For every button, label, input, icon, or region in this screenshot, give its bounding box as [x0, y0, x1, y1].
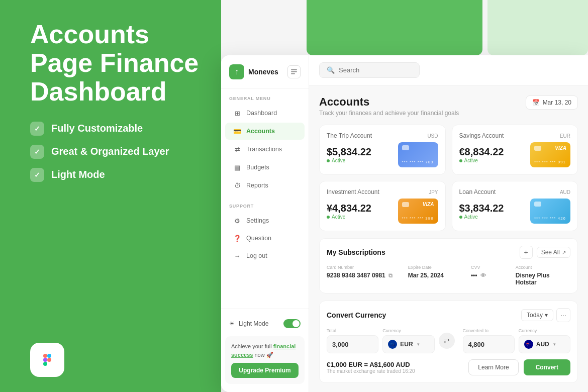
status-badge-savings: Active: [459, 158, 504, 163]
sidebar-toggle-button[interactable]: [287, 65, 301, 78]
light-mode-label: ☀ Light Mode: [229, 320, 268, 327]
more-options-button[interactable]: ···: [556, 308, 570, 322]
currency-header: Convert Currency Today ▾ ···: [327, 308, 570, 322]
feature-label-organized: Great & Organized Layer: [51, 146, 169, 157]
converted-value: 4,800: [468, 341, 485, 348]
converted-input-wrap[interactable]: 4,800: [463, 335, 515, 353]
copy-icon[interactable]: ⧉: [388, 272, 393, 279]
brand-name: Moneves: [248, 68, 278, 76]
calendar-icon: 📅: [532, 99, 540, 106]
sidebar-item-question[interactable]: ❓ Question: [225, 230, 305, 247]
subscriptions-title: My Subscriptions: [327, 248, 385, 256]
svg-rect-5: [291, 69, 297, 70]
card-row-investment: ¥4,834.22 Active VIZA *** *** ***: [327, 199, 438, 224]
figma-logo: [30, 343, 64, 377]
sidebar-item-budgets[interactable]: ▤ Budgets: [225, 159, 305, 176]
from-currency-code: EUR: [400, 341, 413, 348]
card-name-investment: Investment Account: [327, 188, 379, 195]
account-card-investment: Investment Account JPY ¥4,834.22 Active: [319, 181, 446, 231]
card-amount-savings-group: €8,834.22 Active: [459, 146, 504, 163]
see-all-subscriptions-button[interactable]: See All ↗: [537, 247, 570, 258]
left-panel-title: Accounts Page Finance Dashboard: [30, 20, 201, 107]
upgrade-premium-button[interactable]: Upgrade Premium: [231, 363, 299, 378]
convert-button[interactable]: Convert: [524, 359, 570, 375]
promo-text: Achieve your full financial success now …: [231, 342, 299, 359]
sidebar-item-reports[interactable]: ⏱ Reports: [225, 177, 305, 194]
sidebar-item-question-label: Question: [246, 235, 271, 242]
status-badge-investment: Active: [327, 214, 371, 220]
card-dots-investment: *** *** *** 388: [402, 216, 434, 221]
learn-more-button[interactable]: Learn More: [468, 359, 518, 375]
feature-label-light-mode: Light Mode: [51, 169, 105, 180]
card-name-savings: Savings Account: [459, 132, 504, 139]
left-panel: Accounts Page Finance Dashboard ✓ Fully …: [0, 0, 221, 392]
card-currency-savings: EUR: [560, 133, 570, 139]
sidebar-item-dashboard[interactable]: ⊞ Dashboard: [225, 105, 305, 122]
card-currency-investment: JPY: [429, 189, 438, 195]
card-header-investment: Investment Account JPY: [327, 188, 438, 195]
date-badge[interactable]: 📅 Mar 13, 20: [526, 95, 578, 110]
to-currency-label: Currency: [519, 328, 570, 333]
swap-currency-button[interactable]: ⇄: [439, 333, 455, 349]
page-title: Accounts: [319, 95, 459, 109]
date-text: Mar 13, 20: [543, 99, 571, 106]
eye-icon[interactable]: 👁: [480, 272, 486, 278]
card-number-value: 9238 9348 3487 0981 ⧉: [327, 272, 400, 279]
sun-icon: ☀: [229, 320, 235, 327]
card-header-trip: The Trip Account USD: [327, 132, 438, 139]
add-subscription-button[interactable]: +: [520, 246, 533, 259]
account-card-loan: Loan Account AUD $3,834.22 Active: [452, 181, 578, 231]
account-card-trip: The Trip Account USD $5,834.22 Active: [319, 125, 446, 175]
sidebar-item-accounts[interactable]: 💳 Accounts: [225, 123, 305, 140]
reports-icon: ⏱: [233, 181, 241, 189]
card-row-loan: $3,834.22 Active *** *** *** 426: [459, 199, 571, 224]
transactions-icon: ⇄: [233, 145, 241, 153]
card-amount-trip-group: $5,834.22 Active: [327, 146, 371, 163]
feature-item-light-mode: ✓ Light Mode: [30, 168, 201, 182]
to-currency-code: AUD: [536, 341, 549, 348]
aud-flag: 🇦🇺: [524, 340, 533, 349]
sidebar-item-logout[interactable]: → Log out: [225, 247, 305, 264]
arrow-icon: ↗: [562, 250, 566, 255]
svg-rect-2: [43, 358, 47, 362]
card-chip: [402, 145, 409, 150]
card-logo-investment: VIZA: [423, 202, 434, 207]
card-chip-savings: [534, 146, 541, 151]
search-box[interactable]: 🔍: [319, 62, 420, 78]
today-button[interactable]: Today ▾: [521, 309, 553, 321]
subscriptions-actions: + See All ↗: [520, 246, 570, 259]
question-icon: ❓: [233, 234, 241, 242]
card-visual-investment: VIZA *** *** *** 388: [398, 199, 438, 224]
account-sub-value: Disney Plus Hotstar: [516, 272, 570, 286]
feature-label-customizable: Fully Customizable: [51, 123, 143, 134]
currency-fields: Total 3,000 Currency 🇪🇺 EUR ▾ ⇄: [327, 328, 570, 353]
svg-rect-7: [291, 73, 295, 74]
light-mode-toggle[interactable]: [283, 319, 301, 328]
promo-card: Achieve your full financial success now …: [225, 336, 305, 384]
from-currency-select[interactable]: 🇪🇺 EUR ▾: [382, 335, 434, 353]
budgets-icon: ▤: [233, 163, 241, 171]
sidebar-item-settings[interactable]: ⚙ Settings: [225, 212, 305, 229]
sidebar-item-transactions[interactable]: ⇄ Transactions: [225, 141, 305, 158]
card-dots-trip: *** *** *** 783: [402, 160, 434, 164]
to-currency-select[interactable]: 🇦🇺 AUD ▾: [519, 335, 570, 353]
page-title-group: Accounts Track your finances and achieve…: [319, 95, 459, 117]
accounts-icon: 💳: [233, 127, 241, 135]
sidebar-header: ↑ Moneves: [221, 55, 309, 89]
svg-rect-6: [291, 71, 297, 72]
deco-rect-1: [307, 0, 482, 55]
settings-icon: ⚙: [233, 217, 241, 225]
total-input-wrap[interactable]: 3,000: [327, 335, 378, 353]
convert-actions: Today ▾ ···: [521, 308, 570, 322]
rate-value: €1,000 EUR = A$1,600 AUD: [327, 361, 415, 368]
eur-flag: 🇪🇺: [388, 340, 397, 349]
svg-rect-0: [43, 354, 47, 358]
status-badge-trip: Active: [327, 158, 371, 163]
check-icon-organized: ✓: [30, 145, 44, 159]
total-label: Total: [327, 328, 378, 333]
status-dot-loan: [459, 216, 462, 219]
card-amount-investment: ¥4,834.22: [327, 203, 371, 214]
convert-currency-card: Convert Currency Today ▾ ··· Total 3,000: [319, 301, 578, 383]
deco-rect-2: [487, 0, 588, 55]
search-input[interactable]: [339, 66, 412, 74]
